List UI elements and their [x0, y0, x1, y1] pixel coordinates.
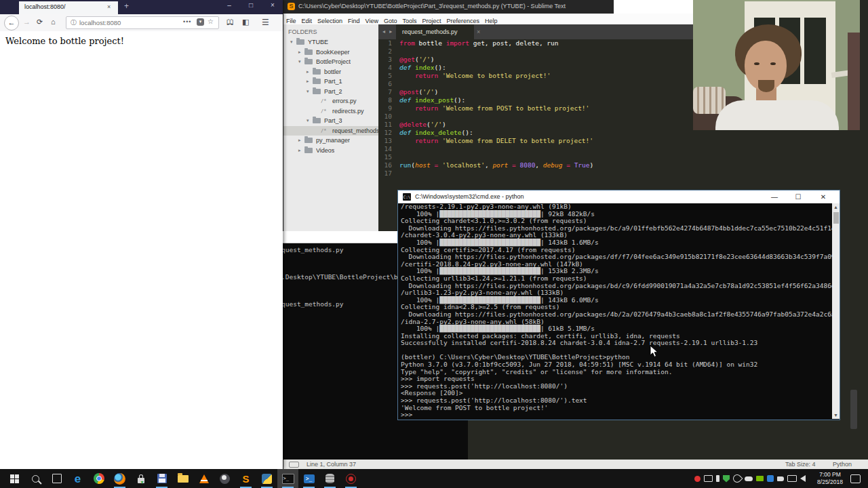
home-button[interactable]: ⌂: [51, 18, 56, 26]
syntax-status[interactable]: Python: [833, 461, 852, 468]
hamburger-menu-icon[interactable]: ☰: [262, 18, 269, 27]
url-bar[interactable]: ⓘ localhost:8080 ••• ▾ ☆: [66, 16, 219, 29]
sidebar-item-errors-py[interactable]: /*errors.py: [283, 96, 378, 106]
cmd-maximize-button[interactable]: ☐: [788, 190, 808, 203]
taskbar-obs[interactable]: [214, 469, 235, 488]
tray-cloud-icon[interactable]: [745, 476, 753, 481]
taskbar-powershell[interactable]: >_: [298, 469, 319, 488]
taskbar-floppy-app[interactable]: [151, 469, 172, 488]
tray-plug-icon[interactable]: [777, 476, 784, 481]
taskbar-lock-app[interactable]: [130, 469, 151, 488]
file-icon: /*: [321, 108, 330, 114]
edge-icon: e: [75, 473, 81, 485]
tray-record-dot-icon[interactable]: [694, 476, 701, 482]
presenter-eye: [770, 62, 776, 65]
tray-shield-icon[interactable]: [723, 475, 730, 483]
site-info-icon[interactable]: ⓘ: [71, 18, 77, 27]
tree-chevron-icon[interactable]: ▸: [298, 148, 304, 153]
sidebar-item-redirects-py[interactable]: /*redirects.py: [283, 106, 378, 117]
tab-size-status[interactable]: Tab Size: 4: [785, 461, 816, 468]
window-close-button[interactable]: ×: [263, 1, 282, 9]
sidebar-item-bookkeeper[interactable]: ▸BookKeeper: [283, 47, 378, 58]
window-minimize-button[interactable]: –: [220, 1, 239, 9]
tree-item-label: py_manager: [316, 137, 350, 144]
sidebar-item-bottleproject[interactable]: ▾BottleProject: [283, 57, 378, 67]
taskbar-firefox[interactable]: [109, 469, 130, 488]
line-number: 5: [378, 72, 392, 80]
tree-chevron-icon[interactable]: ▾: [307, 89, 313, 94]
sidebar-item-ytube[interactable]: ▾YTUBE: [283, 37, 378, 47]
folder-icon: [304, 138, 313, 143]
taskbar-recorder[interactable]: [340, 469, 361, 488]
tray-usb-icon[interactable]: [716, 475, 719, 482]
tree-item-label: bottler: [324, 68, 341, 75]
sidebar-item-part-3[interactable]: ▾Part_3: [283, 116, 378, 126]
pocket-icon[interactable]: ▾: [197, 18, 204, 26]
tree-chevron-icon[interactable]: ▸: [298, 138, 304, 143]
action-center-icon[interactable]: [850, 474, 861, 483]
sublime-titlebar[interactable]: S C:\Users\Cyber\Desktop\YTUBE\BottlePro…: [283, 0, 639, 14]
tree-chevron-icon[interactable]: ▾: [307, 118, 313, 123]
tray-gpu-icon[interactable]: [756, 476, 764, 481]
scroll-up-icon[interactable]: ▲: [832, 203, 840, 211]
new-tab-button[interactable]: +: [124, 1, 129, 11]
taskbar-file-explorer[interactable]: [172, 469, 193, 488]
python-app-icon: [262, 474, 272, 484]
sidebar-item-py-manager[interactable]: ▸py_manager: [283, 136, 378, 146]
sidebar-item-part-1[interactable]: ▸Part_1: [283, 77, 378, 87]
tree-chevron-icon[interactable]: ▸: [298, 49, 304, 55]
forward-button[interactable]: →: [23, 18, 31, 26]
cmd-close-button[interactable]: ✕: [813, 190, 833, 203]
taskbar-edge[interactable]: e: [67, 469, 88, 488]
tab-close-icon[interactable]: ×: [107, 3, 111, 10]
tree-chevron-icon[interactable]: ▸: [307, 79, 313, 84]
cmd-minimize-button[interactable]: —: [764, 190, 785, 203]
taskbar-start[interactable]: [4, 469, 25, 488]
tray-satellite-icon[interactable]: [732, 473, 743, 485]
taskbar-python-app[interactable]: [256, 469, 277, 488]
sidebar-toggle-icon[interactable]: ◧: [242, 18, 249, 26]
page-actions-icon[interactable]: •••: [183, 18, 191, 25]
tab-close-icon[interactable]: ×: [477, 24, 480, 39]
taskbar-task-view[interactable]: [46, 469, 67, 488]
tab-label: request_methods.py: [402, 28, 458, 35]
sidebar-item-bottler[interactable]: ▸bottler: [283, 67, 378, 77]
browser-tab[interactable]: localhost:8080/ ×: [19, 1, 118, 14]
sidebar-item-request-methods-py[interactable]: /*request_methods.py: [283, 126, 378, 136]
tray-window-icon[interactable]: [704, 475, 713, 482]
tab-scroll-arrows-icon[interactable]: ◂ ▸: [382, 28, 393, 35]
scroll-down-icon[interactable]: ▼: [832, 411, 840, 419]
sidebar-item-part-2[interactable]: ▾Part_2: [283, 87, 378, 97]
editor-scrollbar[interactable]: [850, 390, 857, 429]
reload-button[interactable]: ⟳: [37, 18, 43, 26]
library-icon[interactable]: 🕮: [226, 18, 234, 26]
taskbar-sublime-text[interactable]: S: [235, 469, 256, 488]
taskbar-database-app[interactable]: [319, 469, 340, 488]
folder-icon: [313, 79, 321, 84]
bookmark-star-icon[interactable]: ☆: [208, 18, 214, 25]
tray-speaker-icon[interactable]: [800, 475, 806, 482]
taskbar-clock[interactable]: 7:00 PM 8/25/2018: [814, 471, 846, 486]
scrollbar-thumb[interactable]: [833, 212, 839, 224]
tree-chevron-icon[interactable]: ▾: [298, 59, 304, 64]
tree-chevron-icon[interactable]: ▾: [290, 39, 296, 45]
lock-app-icon: [138, 478, 144, 483]
cmd-scrollbar[interactable]: ▲ ▼: [832, 203, 840, 419]
taskbar-vlc[interactable]: [193, 469, 214, 488]
tab-request-methods[interactable]: request_methods.py ×: [396, 24, 474, 39]
floppy-app-icon: [157, 474, 167, 483]
cmd-console-output[interactable]: /requests-2.19.1-py2.py3-none-any.whl (9…: [399, 203, 834, 419]
taskbar-chrome[interactable]: [88, 469, 109, 488]
url-text[interactable]: localhost:8080: [79, 19, 121, 26]
window-maximize-button[interactable]: □: [241, 1, 260, 9]
sidebar-item-videos[interactable]: ▸Videos: [283, 146, 378, 156]
tree-chevron-icon[interactable]: ▸: [307, 69, 313, 75]
tray-display-icon[interactable]: [787, 475, 797, 482]
taskbar-search[interactable]: [25, 469, 46, 488]
start-icon: [10, 474, 19, 483]
cmd-titlebar[interactable]: C:\ C:\Windows\system32\cmd.exe - python…: [398, 190, 840, 203]
cmd-icon: C:\: [403, 193, 411, 201]
taskbar-cmd[interactable]: >_: [277, 469, 298, 488]
back-button[interactable]: ←: [4, 16, 19, 30]
tray-network-app-icon[interactable]: [767, 475, 774, 482]
